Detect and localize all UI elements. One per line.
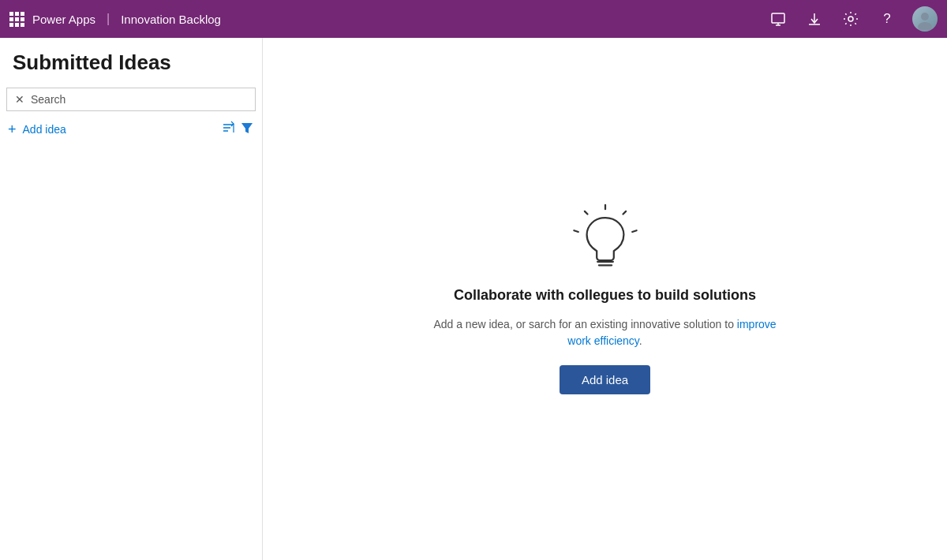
svg-rect-0 [772, 13, 784, 23]
settings-icon[interactable] [840, 8, 862, 30]
empty-state-title: Collaborate with collegues to build solu… [454, 287, 756, 304]
svg-marker-12 [241, 123, 253, 133]
search-clear-icon[interactable]: ✕ [15, 93, 24, 106]
svg-line-14 [623, 211, 626, 215]
search-bar[interactable]: ✕ Search [6, 88, 256, 111]
add-idea-plus-icon: + [8, 121, 17, 138]
grid-icon[interactable] [9, 12, 24, 27]
svg-point-6 [921, 13, 929, 21]
add-idea-label: Add idea [23, 123, 221, 136]
svg-point-7 [918, 22, 932, 30]
svg-line-15 [632, 230, 636, 232]
empty-desc-text1: Add a new idea, or sarch for an existing… [433, 318, 736, 330]
add-idea-row[interactable]: + Add idea [0, 114, 262, 144]
topbar-right: ? [767, 6, 938, 32]
sidebar: Submitted Ideas ✕ Search + Add idea [0, 38, 263, 560]
brand-text: Power Apps [32, 13, 95, 26]
app-name: Innovation Backlog [121, 13, 221, 26]
svg-line-17 [574, 230, 578, 232]
content-area: Collaborate with collegues to build solu… [263, 38, 947, 560]
empty-desc-text2: . [639, 334, 642, 347]
main-area: Submitted Ideas ✕ Search + Add idea [0, 38, 947, 560]
topbar-left: Power Apps | Innovation Backlog [9, 12, 221, 27]
empty-state-description: Add a new idea, or sarch for an existing… [432, 316, 779, 349]
empty-state: Collaborate with collegues to build solu… [432, 203, 779, 394]
toolbar-icons [221, 121, 254, 138]
page-title: Submitted Ideas [0, 50, 262, 88]
topbar: Power Apps | Innovation Backlog [0, 0, 947, 38]
search-label[interactable]: Search [31, 93, 247, 106]
lightbulb-icon [570, 203, 641, 274]
svg-point-5 [848, 17, 853, 21]
filter-icon[interactable] [240, 121, 254, 138]
svg-line-16 [584, 211, 587, 215]
add-idea-button[interactable]: Add idea [560, 365, 650, 394]
download-icon[interactable] [803, 8, 825, 30]
help-icon[interactable]: ? [876, 8, 898, 30]
sort-icon[interactable] [221, 121, 235, 138]
user-avatar[interactable] [912, 6, 938, 32]
brand-separator: | [107, 12, 110, 26]
monitor-icon[interactable] [767, 8, 789, 30]
